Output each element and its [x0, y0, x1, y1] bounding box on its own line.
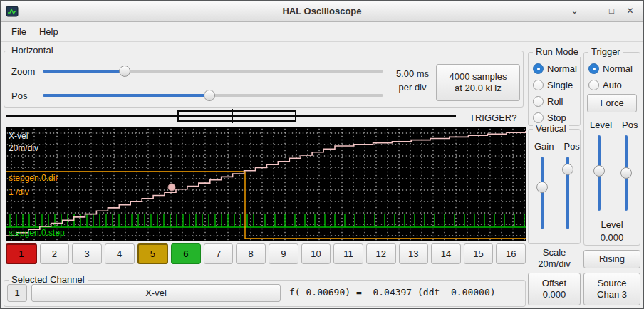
trigger-level-slider[interactable] — [593, 135, 606, 211]
offset-caption: Offset — [542, 278, 566, 289]
shade-icon[interactable]: ⌄ — [568, 5, 581, 17]
channel-scale-label: 20m/div — [9, 143, 38, 153]
channel-button-7[interactable]: 7 — [204, 243, 234, 264]
channel-button-12[interactable]: 12 — [366, 243, 396, 264]
trigger-group: Trigger NormalAuto Force Level Pos Level… — [583, 52, 640, 246]
radio-icon — [533, 63, 544, 74]
source-caption: Source — [597, 278, 626, 289]
channel-button-3[interactable]: 3 — [72, 243, 102, 264]
trigger-pos-slider-thumb[interactable] — [620, 167, 632, 179]
channel-number-box: 1 — [7, 284, 27, 302]
offset-value: 0.000 — [543, 289, 566, 300]
samples-button[interactable]: 4000 samples at 20.0 kHz — [436, 64, 520, 101]
trigger-options: NormalAuto — [588, 63, 633, 91]
trigger-option-normal[interactable]: Normal — [588, 63, 633, 75]
zoom-slider-fill — [43, 70, 125, 73]
trigger-pos-label: Pos — [622, 120, 638, 130]
vertical-pos-slider[interactable] — [561, 157, 574, 229]
trigger-legend: Trigger — [588, 46, 623, 57]
record-position-bar — [6, 109, 467, 123]
channel-button-11[interactable]: 11 — [333, 243, 363, 264]
zoom-slider-thumb[interactable] — [119, 66, 130, 77]
channel-button-9[interactable]: 9 — [269, 243, 298, 264]
radio-label: Normal — [547, 63, 577, 74]
channel-button-2[interactable]: 2 — [40, 243, 70, 264]
gain-slider-thumb[interactable] — [536, 182, 548, 193]
channel-button-4[interactable]: 4 — [105, 243, 135, 264]
radio-label: Normal — [603, 63, 633, 74]
zoom-label: Zoom — [11, 66, 43, 77]
run-mode-option-normal[interactable]: Normal — [533, 63, 577, 75]
channel-name-label: X-vel — [9, 131, 28, 141]
radio-icon — [588, 63, 599, 74]
vertical-legend: Vertical — [533, 123, 569, 134]
gain-label: Gain — [534, 141, 554, 152]
channel-button-5[interactable]: 5 — [137, 243, 169, 264]
vertical-pos-label: Pos — [564, 141, 579, 152]
selected-channel-legend: Selected Channel — [9, 274, 88, 285]
pos-slider-fill — [43, 94, 209, 97]
time-per-div: 5.00 ms per div — [390, 67, 435, 94]
radio-label: Auto — [603, 80, 622, 90]
trigger-pos-slider[interactable] — [620, 135, 633, 211]
scope-display[interactable]: X-vel 20m/div stepgen.0.dir 1 /div stepg… — [6, 127, 526, 241]
scale-caption: Scale — [528, 247, 581, 258]
scope-svg — [6, 127, 526, 241]
selected-channel-group: Selected Channel 1 X-vel f(-0.00690) = -… — [4, 280, 526, 307]
trigger-level-value: 0.000 — [584, 232, 640, 243]
trigger-position-marker — [232, 109, 233, 123]
titlebar[interactable]: HAL Oscilloscope ⌄ — □ ✕ — [1, 1, 643, 22]
app-icon — [6, 5, 19, 18]
channel-button-row: 12345678910111213141516 — [6, 243, 526, 264]
channel-button-13[interactable]: 13 — [399, 243, 429, 264]
trigger-level-caption: Level — [584, 219, 640, 230]
menu-file[interactable]: File — [5, 24, 33, 39]
hal-oscilloscope-window: HAL Oscilloscope ⌄ — □ ✕ File Help Horiz… — [0, 0, 644, 309]
trigger-status-label: TRIGGER? — [469, 112, 516, 123]
step-signal-label: stepgen.0.step — [9, 228, 65, 238]
channel-name-button[interactable]: X-vel — [31, 284, 281, 302]
minimize-icon[interactable]: — — [587, 5, 599, 17]
horizontal-legend: Horizontal — [9, 45, 56, 56]
time-per-div-value: 5.00 ms — [390, 67, 435, 80]
radio-label: Single — [547, 80, 573, 90]
run-mode-option-stop[interactable]: Stop — [533, 112, 577, 124]
source-value: Chan 3 — [597, 289, 627, 300]
pos-label: Pos — [11, 90, 43, 101]
channel-button-6[interactable]: 6 — [171, 243, 201, 264]
edge-button[interactable]: Rising — [583, 250, 640, 268]
menu-help[interactable]: Help — [33, 24, 65, 39]
trigger-level-slider-thumb[interactable] — [593, 165, 605, 177]
maximize-icon[interactable]: □ — [606, 5, 618, 17]
vertical-pos-slider-thumb[interactable] — [562, 164, 573, 175]
channel-button-10[interactable]: 10 — [301, 243, 331, 264]
run-mode-option-roll[interactable]: Roll — [533, 95, 577, 108]
trigger-option-auto[interactable]: Auto — [588, 79, 633, 91]
force-button[interactable]: Force — [587, 94, 637, 112]
samples-line1: 4000 samples — [450, 71, 507, 83]
gain-slider[interactable] — [536, 157, 549, 229]
scale-value: 20m/div — [528, 258, 581, 269]
radio-icon — [533, 112, 544, 123]
offset-button[interactable]: Offset 0.000 — [528, 273, 581, 305]
radio-icon — [533, 80, 544, 90]
radio-label: Roll — [547, 96, 563, 107]
close-icon[interactable]: ✕ — [624, 5, 636, 17]
channel-button-16[interactable]: 16 — [496, 243, 526, 264]
samples-line2: at 20.0 kHz — [455, 83, 502, 94]
trigger-source-button[interactable]: Source Chan 3 — [583, 273, 640, 305]
channel-button-8[interactable]: 8 — [236, 243, 266, 264]
channel-button-14[interactable]: 14 — [431, 243, 461, 264]
run-mode-group: Run Mode NormalSingleRollStop — [528, 52, 581, 126]
radio-icon — [533, 96, 544, 107]
zoom-slider[interactable] — [43, 65, 383, 78]
pos-slider-thumb[interactable] — [204, 90, 215, 101]
dir-signal-label: stepgen.0.dir — [9, 173, 58, 183]
pos-slider[interactable] — [43, 89, 383, 102]
radio-label: Stop — [547, 112, 566, 123]
channel-button-1[interactable]: 1 — [6, 243, 37, 264]
view-window-box — [177, 110, 296, 122]
run-mode-option-single[interactable]: Single — [533, 79, 577, 91]
channel-value-readout: f(-0.00690) = -0.04397 (ddt 0.00000) — [289, 287, 496, 298]
channel-button-15[interactable]: 15 — [464, 243, 494, 264]
